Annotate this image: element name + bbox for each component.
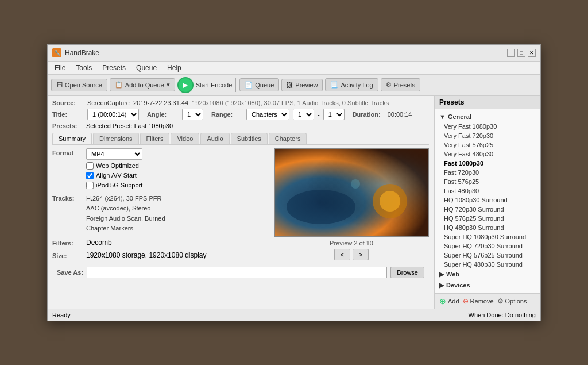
menu-presets[interactable]: Presets bbox=[98, 63, 130, 73]
preset-super-hq-480p30-surround[interactable]: Super HQ 480p30 Surround bbox=[435, 260, 540, 269]
browse-button[interactable]: Browse bbox=[390, 267, 424, 278]
preview-label: Preview 2 of 10 bbox=[330, 240, 373, 247]
dropdown-arrow-icon: ▾ bbox=[167, 81, 170, 89]
svg-point-4 bbox=[287, 190, 355, 224]
queue-button[interactable]: 📄 Queue bbox=[239, 78, 279, 91]
range-to-select[interactable]: 1 bbox=[323, 109, 345, 120]
queue-icon: 📄 bbox=[245, 81, 253, 89]
preset-very-fast-720p30[interactable]: Very Fast 720p30 bbox=[435, 131, 540, 140]
app-icon: 🔧 bbox=[52, 48, 61, 57]
preset-hq-480p30-surround[interactable]: HQ 480p30 Surround bbox=[435, 223, 540, 232]
ipod-5g-row: iPod 5G Support bbox=[86, 182, 142, 189]
duration-label: Duration: bbox=[353, 111, 384, 118]
menu-file[interactable]: File bbox=[50, 63, 70, 73]
open-source-button[interactable]: 🎞 Open Source bbox=[51, 79, 107, 91]
tracks-row: Tracks: H.264 (x264), 30 FPS PFR AAC (av… bbox=[52, 194, 269, 234]
add-to-queue-button[interactable]: 📋 Add to Queue ▾ bbox=[110, 78, 175, 91]
save-as-input[interactable] bbox=[87, 267, 387, 278]
preset-super-hq-1080p30-surround[interactable]: Super HQ 1080p30 Surround bbox=[435, 232, 540, 241]
preset-very-fast-576p25[interactable]: Very Fast 576p25 bbox=[435, 140, 540, 149]
start-encode-button[interactable]: ▶ bbox=[177, 77, 194, 93]
ipod-5g-checkbox[interactable] bbox=[86, 182, 94, 189]
menu-queue[interactable]: Queue bbox=[131, 63, 161, 73]
preset-hq-576p25-surround[interactable]: HQ 576p25 Surround bbox=[435, 214, 540, 223]
title-row: Title: 1 (00:00:14) Angle: 1 Range: Chap… bbox=[52, 109, 429, 120]
maximize-button[interactable]: □ bbox=[517, 49, 525, 57]
start-encode-label[interactable]: Start Encode bbox=[196, 82, 233, 89]
tab-chapters[interactable]: Chapters bbox=[269, 133, 307, 144]
range-type-select[interactable]: Chapters bbox=[246, 109, 289, 120]
options-button[interactable]: ⚙ Options bbox=[497, 297, 527, 305]
preview-image bbox=[274, 148, 429, 237]
range-from-select[interactable]: 1 bbox=[293, 109, 314, 120]
tab-audio[interactable]: Audio bbox=[200, 133, 229, 144]
menu-help[interactable]: Help bbox=[163, 63, 186, 73]
preset-group-general[interactable]: ▼ General bbox=[435, 112, 540, 122]
preset-super-hq-720p30-surround[interactable]: Super HQ 720p30 Surround bbox=[435, 241, 540, 251]
title-label: Title: bbox=[52, 111, 84, 118]
left-content: Format MP4 MKV Web Optimized bbox=[52, 148, 269, 264]
add-preset-button[interactable]: ⊕ Add bbox=[439, 297, 459, 306]
web-optimized-checkbox[interactable] bbox=[86, 162, 94, 170]
track-line-4: Chapter Markers bbox=[86, 224, 165, 234]
preset-group-web[interactable]: ▶ Web bbox=[435, 269, 540, 280]
tab-summary[interactable]: Summary bbox=[52, 133, 92, 144]
preset-fast-480p30[interactable]: Fast 480p30 bbox=[435, 186, 540, 195]
align-av-checkbox[interactable] bbox=[86, 172, 94, 179]
filters-value: Decomb bbox=[86, 239, 112, 247]
svg-rect-1 bbox=[275, 149, 429, 237]
preset-fast-1080p30[interactable]: Fast 1080p30 bbox=[435, 159, 540, 168]
track-line-2: AAC (avcodec), Stereo bbox=[86, 203, 165, 214]
presets-scroll[interactable]: ▼ General Very Fast 1080p30 Very Fast 72… bbox=[435, 109, 540, 293]
preset-hq-720p30-surround[interactable]: HQ 720p30 Surround bbox=[435, 205, 540, 214]
format-controls: MP4 MKV Web Optimized Align A/V Start bbox=[86, 148, 142, 189]
add-icon: ⊕ bbox=[439, 297, 446, 306]
preview-area: Preview 2 of 10 < > bbox=[274, 148, 429, 264]
angle-select[interactable]: 1 bbox=[182, 109, 203, 120]
source-filename: ScreenCapture_2019-7-22 23.31.44 bbox=[87, 99, 188, 106]
minimize-button[interactable]: ─ bbox=[507, 49, 515, 57]
tab-dimensions[interactable]: Dimensions bbox=[93, 133, 138, 144]
tab-filters[interactable]: Filters bbox=[140, 133, 170, 144]
source-info: 1920x1080 (1920x1080), 30.07 FPS, 1 Audi… bbox=[192, 99, 389, 106]
format-select[interactable]: MP4 MKV bbox=[86, 148, 142, 160]
format-row: Format MP4 MKV Web Optimized bbox=[52, 148, 269, 189]
tab-video[interactable]: Video bbox=[171, 133, 199, 144]
close-button[interactable]: ✕ bbox=[528, 49, 536, 57]
angle-label: Angle: bbox=[147, 111, 179, 118]
tabs: Summary Dimensions Filters Video Audio S… bbox=[52, 133, 429, 145]
preset-hq-1080p30-surround[interactable]: HQ 1080p30 Surround bbox=[435, 195, 540, 205]
format-label: Format bbox=[52, 148, 84, 156]
activity-log-button[interactable]: 📃 Activity Log bbox=[325, 78, 378, 91]
size-value: 1920x1080 storage, 1920x1080 display bbox=[86, 251, 207, 259]
preset-group-devices-label: Devices bbox=[446, 282, 470, 289]
preset-fast-576p25[interactable]: Fast 576p25 bbox=[435, 177, 540, 186]
preview-next-button[interactable]: > bbox=[353, 249, 369, 260]
preset-very-fast-480p30[interactable]: Very Fast 480p30 bbox=[435, 149, 540, 159]
remove-preset-button[interactable]: ⊖ Remove bbox=[463, 297, 494, 305]
gear-icon: ⚙ bbox=[497, 297, 504, 305]
align-av-row: Align A/V Start bbox=[86, 172, 142, 179]
when-done-label: When Done: bbox=[469, 312, 504, 318]
preview-icon: 🖼 bbox=[287, 82, 293, 89]
preset-super-hq-576p25-surround[interactable]: Super HQ 576p25 Surround bbox=[435, 251, 540, 260]
size-row: Size: 1920x1080 storage, 1920x1080 displ… bbox=[52, 251, 269, 259]
preview-button[interactable]: 🖼 Preview bbox=[281, 79, 323, 91]
film-icon: 🎞 bbox=[56, 82, 63, 89]
window-title: HandBrake bbox=[65, 49, 99, 57]
when-done-value[interactable]: Do nothing bbox=[505, 312, 536, 318]
add-queue-icon: 📋 bbox=[115, 81, 123, 89]
when-done[interactable]: When Done: Do nothing bbox=[469, 312, 536, 318]
tracks-label: Tracks: bbox=[52, 194, 84, 202]
web-optimized-label: Web Optimized bbox=[96, 162, 139, 169]
preset-group-devices[interactable]: ▶ Devices bbox=[435, 280, 540, 291]
presets-icon: ⚙ bbox=[386, 81, 392, 89]
preset-very-fast-1080p30[interactable]: Very Fast 1080p30 bbox=[435, 122, 540, 131]
title-select[interactable]: 1 (00:00:14) bbox=[87, 109, 139, 120]
presets-toolbar-button[interactable]: ⚙ Presets bbox=[381, 78, 420, 91]
menu-tools[interactable]: Tools bbox=[71, 63, 96, 73]
remove-icon: ⊖ bbox=[463, 297, 469, 305]
preset-fast-720p30[interactable]: Fast 720p30 bbox=[435, 168, 540, 177]
tab-subtitles[interactable]: Subtitles bbox=[231, 133, 268, 144]
preview-prev-button[interactable]: < bbox=[334, 249, 350, 260]
